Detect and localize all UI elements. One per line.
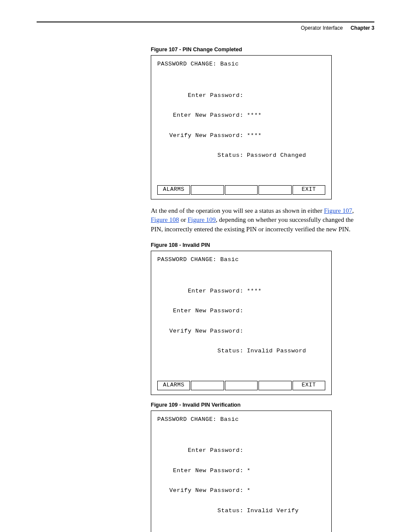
lcd-label: Verify New Password:	[157, 328, 243, 335]
lcd-value: *	[243, 487, 251, 494]
lcd-label: Enter Password:	[157, 447, 243, 454]
lcd-label: Verify New Password:	[157, 132, 243, 139]
lcd-value: *	[243, 467, 251, 474]
lcd-value: ****	[243, 288, 262, 295]
header-section: Operator Interface	[301, 25, 342, 31]
lcd-body: Enter Password: Enter New Password:**** …	[157, 79, 325, 172]
lcd-label: Enter Password:	[157, 288, 243, 295]
softkey-blank[interactable]	[258, 381, 291, 390]
figure-108-caption: Figure 108 - Invalid PIN	[151, 242, 374, 248]
lcd-softkey-row: ALARMS EXIT	[157, 381, 325, 390]
lcd-value	[243, 308, 247, 314]
lcd-label: Enter New Password:	[157, 308, 243, 314]
softkey-blank[interactable]	[225, 185, 258, 195]
link-figure-108[interactable]: Figure 108	[151, 216, 179, 223]
lcd-softkey-row: ALARMS EXIT	[157, 185, 325, 195]
lcd-value: ****	[243, 112, 262, 119]
lcd-value: ****	[243, 132, 262, 139]
lcd-body: Enter Password: Enter New Password:* Ver…	[157, 434, 325, 527]
lcd-value	[243, 328, 247, 335]
lcd-label: Status:	[157, 152, 243, 159]
lcd-label: Status:	[157, 507, 243, 514]
softkey-blank[interactable]	[191, 381, 224, 390]
lcd-label: Enter Password:	[157, 92, 243, 99]
lcd-label: Verify New Password:	[157, 487, 243, 494]
lcd-title: PASSWORD CHANGE: Basic	[157, 256, 325, 263]
figure-107-caption: Figure 107 - PIN Change Completed	[151, 47, 374, 53]
softkey-blank[interactable]	[258, 185, 291, 195]
lcd-value: Invalid Verify	[243, 507, 299, 514]
lcd-value	[243, 447, 247, 454]
figure-108-screen: PASSWORD CHANGE: Basic Enter Password:**…	[151, 251, 332, 395]
text: ,	[352, 207, 354, 214]
lcd-label: Enter New Password:	[157, 467, 243, 474]
text: or	[179, 216, 187, 223]
lcd-label: Status:	[157, 348, 243, 355]
link-figure-109[interactable]: Figure 109	[187, 216, 215, 223]
paragraph-1: At the end of the operation you will see…	[151, 206, 366, 234]
figure-109-caption: Figure 109 - Invalid PIN Verification	[151, 402, 374, 408]
header-chapter: Chapter 3	[351, 25, 374, 31]
lcd-title: PASSWORD CHANGE: Basic	[157, 416, 325, 423]
figure-109-screen: PASSWORD CHANGE: Basic Enter Password: E…	[151, 411, 332, 532]
softkey-blank[interactable]	[225, 381, 258, 390]
header-rule	[37, 22, 374, 22]
lcd-value	[243, 92, 247, 99]
softkey-exit[interactable]: EXIT	[293, 185, 325, 195]
text: At the end of the operation you will see…	[151, 207, 324, 214]
softkey-exit[interactable]: EXIT	[293, 381, 325, 390]
softkey-alarms[interactable]: ALARMS	[157, 185, 190, 195]
softkey-alarms[interactable]: ALARMS	[157, 381, 190, 390]
lcd-value: Invalid Password	[243, 348, 306, 355]
link-figure-107[interactable]: Figure 107	[324, 207, 352, 214]
lcd-label: Enter New Password:	[157, 112, 243, 119]
softkey-blank[interactable]	[191, 185, 224, 195]
figure-107-screen: PASSWORD CHANGE: Basic Enter Password: E…	[151, 55, 332, 199]
running-header: Operator Interface Chapter 3	[37, 25, 374, 31]
lcd-value: Password Changed	[243, 152, 306, 159]
lcd-title: PASSWORD CHANGE: Basic	[157, 61, 325, 68]
lcd-body: Enter Password:**** Enter New Password: …	[157, 274, 325, 368]
